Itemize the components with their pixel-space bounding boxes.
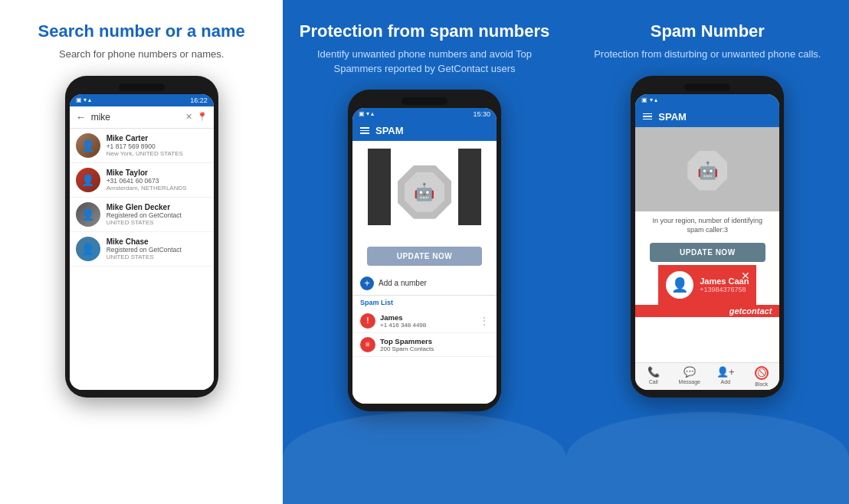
contact-name-0: Mike Carter <box>107 134 208 142</box>
avatar-0: 👤 <box>76 133 100 158</box>
caller-number: +13984376758 <box>700 286 749 293</box>
spam-info-0: James +1 416 348 4498 <box>380 313 475 329</box>
status-bar-1: ▣ ▾ ▴ 16:22 <box>70 94 214 106</box>
phone-notch-3 <box>684 83 730 91</box>
contact-item-2[interactable]: 👤 Mike Glen Decker Registered on GetCont… <box>70 198 214 232</box>
hamburger-line <box>360 130 369 132</box>
robot-face-right: 🤖 <box>687 151 727 191</box>
panel-center-title: Protection from spam numbers <box>300 21 549 41</box>
avatar-3: 👤 <box>76 237 100 261</box>
contact-item-0[interactable]: 👤 Mike Carter +1 817 569 8900 New York, … <box>70 129 214 163</box>
hamburger-line <box>360 127 369 129</box>
contact-name-3: Mike Chase <box>107 237 208 246</box>
nav-add-label: Add <box>721 379 730 385</box>
spam-phone-0: +1 416 348 4498 <box>380 322 475 329</box>
avatar-1: 👤 <box>76 168 100 192</box>
brand-text: getcontact <box>729 306 772 316</box>
add-number-icon[interactable]: + <box>360 277 374 290</box>
nav-block-label: Block <box>755 381 768 387</box>
phone-screen-1: ▣ ▾ ▴ 16:22 ← mike ✕ 📍 👤 Mike Car <box>70 94 214 390</box>
panel-search-subtitle: Search for phone numbers or names. <box>59 47 224 61</box>
search-query[interactable]: mike <box>91 112 181 123</box>
status-icons-1: ▣ ▾ ▴ <box>76 97 91 103</box>
contact-phone-0: +1 817 569 8900 <box>107 142 208 150</box>
call-icon: 📞 <box>647 366 660 378</box>
bottom-nav: 📞 Call 💬 Message 👤+ Add 🚫 Block <box>635 362 779 390</box>
spam-screen-right: 🤖 ! In your region, number of identifyin… <box>635 127 779 362</box>
exclamation-badge-center: ! <box>441 167 456 182</box>
signal-icon-2: ▣ ▾ ▴ <box>359 110 374 117</box>
add-number-label[interactable]: Add a number <box>379 279 427 287</box>
back-icon[interactable]: ← <box>76 111 87 123</box>
phone-spam-center: ▣ ▾ ▴ 15:30 SPAM <box>348 90 501 411</box>
time-1: 16:22 <box>190 97 208 104</box>
spam-illustration-center: 🤖 ! <box>352 141 497 241</box>
app-header-right: SPAM <box>635 106 779 127</box>
panel-center-subtitle: Identify unwanted phone numbers and avoi… <box>295 47 553 75</box>
brand-label: getcontact <box>635 305 779 317</box>
status-icons-3: ▣ ▾ ▴ <box>641 97 657 103</box>
location-icon[interactable]: 📍 <box>197 112 208 122</box>
spam-illustration-right: 🤖 ! <box>635 127 779 211</box>
contact-location-1: Amsterdam, NETHERLANDS <box>107 185 208 191</box>
panel-search: Search number or a name Search for phone… <box>0 0 283 504</box>
nav-call-label: Call <box>649 379 658 385</box>
spam-icon-0: ! <box>360 313 375 329</box>
nav-block[interactable]: 🚫 Block <box>743 366 779 387</box>
close-overlay-icon[interactable]: ✕ <box>741 270 750 282</box>
hamburger-icon-right[interactable] <box>643 113 652 120</box>
message-icon: 💬 <box>683 366 696 378</box>
clear-icon[interactable]: ✕ <box>185 112 192 122</box>
contact-item-3[interactable]: 👤 Mike Chase Registered on GetContact UN… <box>70 232 214 267</box>
contact-location-2: UNITED STATES <box>107 219 208 226</box>
spam-name-0: James <box>380 313 475 322</box>
spam-icon-1: ≡ <box>360 337 375 352</box>
status-icons-2: ▣ ▾ ▴ <box>359 110 374 117</box>
exclamation-badge-right: ! <box>723 146 739 161</box>
door-left <box>368 149 391 225</box>
contact-phone-2: Registered on GetContact <box>107 211 208 219</box>
panel-right-subtitle: Protection from disturbing or unwanted p… <box>594 47 821 61</box>
update-now-button-center[interactable]: UPDATE NOW <box>367 247 482 266</box>
avatar-2: 👤 <box>76 202 100 227</box>
robot-face-center: 🤖 <box>405 172 444 212</box>
caller-avatar: 👤 <box>666 271 693 299</box>
time-2: 15:30 <box>473 110 490 118</box>
phone-screen-2: ▣ ▾ ▴ 15:30 SPAM <box>352 108 497 404</box>
contact-item-1[interactable]: 👤 Mike Taylor +31 0641 60 0673 Amsterdam… <box>70 163 214 198</box>
phone-spam-right: ▣ ▾ ▴ SPAM 🤖 ! <box>631 76 784 398</box>
panel-search-title: Search number or a name <box>38 21 245 41</box>
spam-menu-icon-0[interactable]: ⋮ <box>480 316 489 326</box>
main-container: Search number or a name Search for phone… <box>0 0 849 504</box>
update-now-button-right[interactable]: UPDATE NOW <box>650 243 765 262</box>
panel-spam-right: Spam Number Protection from disturbing o… <box>566 0 849 504</box>
hamburger-line-r <box>643 113 652 115</box>
nav-add-contact[interactable]: 👤+ Add <box>707 366 743 387</box>
nav-message[interactable]: 💬 Message <box>671 366 707 387</box>
hamburger-line-r <box>643 119 652 120</box>
add-number-row: + Add a number <box>352 272 497 296</box>
spam-list-label: Spam List <box>352 296 497 309</box>
panel-spam-center: Protection from spam numbers Identify un… <box>283 0 565 504</box>
app-header-label-right: SPAM <box>658 111 687 123</box>
contact-name-1: Mike Taylor <box>107 169 208 177</box>
phone-search: ▣ ▾ ▴ 16:22 ← mike ✕ 📍 👤 Mike Car <box>65 76 218 398</box>
nav-message-label: Message <box>679 379 700 385</box>
hamburger-icon-center[interactable] <box>360 127 369 134</box>
app-header-center: SPAM <box>352 120 497 141</box>
nav-call[interactable]: 📞 Call <box>635 366 671 387</box>
phone-notch-1 <box>119 83 165 91</box>
spam-screen-center: 🤖 ! UPDATE NOW + Add a number Spam List … <box>352 141 497 404</box>
wave-bg-center <box>283 412 565 504</box>
contact-list: 👤 Mike Carter +1 817 569 8900 New York, … <box>70 129 214 390</box>
contact-phone-1: +31 0641 60 0673 <box>107 177 208 185</box>
contact-info-1: Mike Taylor +31 0641 60 0673 Amsterdam, … <box>107 169 208 191</box>
search-bar: ← mike ✕ 📍 <box>70 106 214 129</box>
spam-item-1[interactable]: ≡ Top Spammers 200 Spam Contacts <box>352 333 497 357</box>
contact-phone-3: Registered on GetContact <box>107 246 208 254</box>
contact-location-0: New York, UNITED STATES <box>107 150 208 157</box>
incoming-call-overlay: ✕ 👤 James Caan +13984376758 <box>658 265 756 305</box>
add-contact-icon: 👤+ <box>716 366 735 378</box>
status-bar-3: ▣ ▾ ▴ <box>635 94 779 106</box>
spam-item-0[interactable]: ! James +1 416 348 4498 ⋮ <box>352 309 497 333</box>
